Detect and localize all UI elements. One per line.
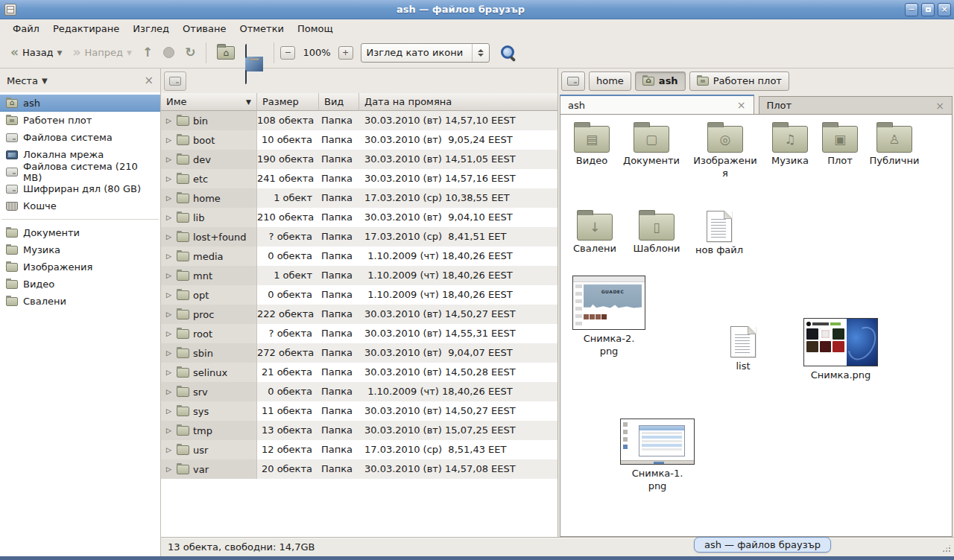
- table-row[interactable]: ▷selinux21 обектаПапка30.03.2010 (вт) 14…: [161, 363, 557, 382]
- expander-icon[interactable]: ▷: [165, 330, 173, 337]
- column-header-size[interactable]: Размер: [257, 93, 319, 111]
- menu-item[interactable]: Помощ: [291, 19, 340, 37]
- folder-5[interactable]: ♙Публични: [863, 121, 926, 168]
- expander-icon[interactable]: ▷: [165, 311, 173, 318]
- breadcrumb-button[interactable]: [561, 71, 585, 91]
- file-list[interactable]: list: [721, 326, 765, 373]
- breadcrumb-button[interactable]: ash: [635, 71, 686, 91]
- sidebar-item[interactable]: Работен плот: [0, 112, 160, 129]
- sidebar-item[interactable]: Музика: [0, 241, 160, 258]
- expander-icon[interactable]: ▷: [165, 407, 173, 415]
- table-row[interactable]: ▷proc222 обектаПапка30.03.2010 (вт) 14,5…: [161, 305, 557, 324]
- expander-icon[interactable]: ▷: [165, 214, 173, 221]
- column-header-name[interactable]: Име ▼: [161, 93, 257, 111]
- folder-2[interactable]: ◎Изображения: [692, 121, 759, 180]
- menu-item[interactable]: Отметки: [233, 19, 290, 37]
- sidebar-item[interactable]: Шифриран дял (80 GB): [0, 180, 160, 197]
- menu-item[interactable]: Редактиране: [46, 19, 126, 37]
- table-row[interactable]: ▷tmp13 обектаПапка30.03.2010 (вт) 15,07,…: [161, 421, 557, 440]
- window-menu-icon[interactable]: [4, 4, 16, 16]
- menu-item[interactable]: Изглед: [126, 19, 176, 37]
- expander-icon[interactable]: ▷: [165, 175, 173, 182]
- breadcrumb-button[interactable]: home: [589, 71, 631, 91]
- view-mode-dropdown[interactable]: Изглед като икони: [361, 43, 490, 63]
- table-row[interactable]: ▷lost+found? обектаПапка17.03.2010 (ср) …: [161, 227, 557, 246]
- table-row[interactable]: ▷srv0 обектаПапка 1.10.2009 (чт) 18,40,2…: [161, 382, 557, 401]
- table-row[interactable]: ▷sbin272 обектаПапка30.03.2010 (вт) 9,04…: [161, 343, 557, 363]
- expander-icon[interactable]: ▷: [165, 117, 173, 124]
- maximize-button[interactable]: [921, 3, 935, 16]
- table-row[interactable]: ▷bin108 обектаПапка30.03.2010 (вт) 14,57…: [161, 111, 557, 130]
- expander-icon[interactable]: ▷: [165, 427, 173, 434]
- folder-0[interactable]: ▤Видео: [563, 121, 620, 168]
- table-row[interactable]: ▷usr12 обектаПапка17.03.2010 (ср) 8,51,4…: [161, 440, 557, 459]
- forward-button[interactable]: » Напред ▼: [69, 42, 136, 63]
- sidebar-item[interactable]: Файлова система (210 MB): [0, 163, 160, 180]
- table-row[interactable]: ▷media0 обектаПапка 1.10.2009 (чт) 18,40…: [161, 246, 557, 266]
- expander-icon[interactable]: ▷: [165, 272, 173, 279]
- table-row[interactable]: ▷opt0 обектаПапка 1.10.2009 (чт) 18,40,2…: [161, 285, 557, 305]
- back-button[interactable]: « Назад ▼: [6, 42, 67, 63]
- sidebar-item[interactable]: Видео: [0, 276, 160, 293]
- table-row[interactable]: ▷dev190 обектаПапка30.03.2010 (вт) 14,51…: [161, 150, 557, 169]
- tab-close-icon[interactable]: ×: [935, 101, 944, 111]
- zoom-in-button[interactable]: +: [338, 46, 353, 60]
- expander-icon[interactable]: ▷: [165, 388, 173, 395]
- expander-icon[interactable]: ▷: [165, 136, 173, 144]
- expander-icon[interactable]: ▷: [165, 369, 173, 376]
- folder-3[interactable]: ♫Музика: [760, 121, 820, 168]
- sidebar-item[interactable]: Файлова система: [0, 129, 160, 146]
- table-row[interactable]: ▷lib210 обектаПапка30.03.2010 (вт) 9,04,…: [161, 208, 557, 227]
- expander-icon[interactable]: ▷: [165, 446, 173, 454]
- minimize-button[interactable]: −: [905, 3, 918, 16]
- table-row[interactable]: ▷sys11 обектаПапка30.03.2010 (вт) 14,50,…: [161, 401, 557, 421]
- search-icon[interactable]: [500, 45, 517, 61]
- breadcrumb-button[interactable]: Работен плот: [689, 71, 789, 91]
- close-button[interactable]: ×: [938, 3, 951, 16]
- expander-icon[interactable]: ▷: [165, 233, 173, 241]
- file-snimka[interactable]: Снимка.png: [803, 318, 878, 382]
- menu-item[interactable]: Отиване: [176, 19, 233, 37]
- column-header-date[interactable]: Дата на промяна: [359, 93, 557, 111]
- folder-6[interactable]: ↓Свалени: [566, 209, 623, 255]
- pathbar-root-button[interactable]: [164, 71, 186, 91]
- folder-1[interactable]: ▢Документи: [623, 121, 680, 168]
- table-row[interactable]: ▷var20 обектаПапка30.03.2010 (вт) 14,57,…: [161, 459, 557, 479]
- sidebar-title[interactable]: Места: [7, 75, 38, 86]
- file-snimka-2[interactable]: GUADEC Снимка-2.png: [572, 276, 645, 358]
- column-header-type[interactable]: Вид: [319, 93, 359, 111]
- table-row[interactable]: ▷root? обектаПапка30.03.2010 (вт) 14,55,…: [161, 324, 557, 343]
- sidebar-item[interactable]: Изображения: [0, 258, 160, 276]
- expander-icon[interactable]: ▷: [165, 194, 173, 202]
- taskbar-badge[interactable]: ash — файлов браузър: [694, 537, 831, 553]
- sidebar-item[interactable]: Кошче: [0, 197, 160, 214]
- zoom-out-button[interactable]: −: [280, 46, 295, 60]
- table-row[interactable]: ▷home1 обектПапка17.03.2010 (ср) 10,38,5…: [161, 188, 557, 208]
- menu-item[interactable]: Файл: [6, 19, 46, 37]
- expander-icon[interactable]: ▷: [165, 291, 173, 299]
- computer-button[interactable]: [241, 42, 268, 64]
- up-button[interactable]: ↑: [138, 42, 157, 63]
- reload-button[interactable]: ↻: [180, 42, 200, 63]
- table-row[interactable]: ▷mnt1 обектПапка 1.10.2009 (чт) 18,40,26…: [161, 266, 557, 285]
- expander-icon[interactable]: ▷: [165, 465, 173, 473]
- expander-icon[interactable]: ▷: [165, 349, 173, 357]
- table-row[interactable]: ▷boot10 обектаПапка30.03.2010 (вт) 9,05,…: [161, 130, 557, 150]
- folder-7[interactable]: ▯Шаблони: [628, 209, 685, 255]
- tab-close-icon[interactable]: ×: [737, 100, 746, 110]
- sidebar-close-icon[interactable]: ×: [144, 75, 154, 86]
- chevron-down-icon[interactable]: ▼: [42, 77, 48, 85]
- home-button[interactable]: ⌂: [212, 42, 239, 63]
- tab-Плот[interactable]: Плот×: [759, 96, 953, 114]
- file-snimka-1[interactable]: Снимка-1.png: [620, 419, 695, 493]
- tab-ash[interactable]: ash×: [560, 95, 754, 114]
- expander-icon[interactable]: ▷: [165, 252, 173, 260]
- table-row[interactable]: ▷etc241 обектаПапка30.03.2010 (вт) 14,57…: [161, 169, 557, 188]
- folder-4[interactable]: ▣Плот: [812, 121, 868, 168]
- sidebar-item[interactable]: Свалени: [0, 293, 160, 310]
- back-dropdown-icon[interactable]: ▼: [57, 49, 63, 57]
- titlebar[interactable]: ash — файлов браузър − ×: [0, 0, 954, 19]
- sidebar-item[interactable]: Документи: [0, 224, 160, 241]
- expander-icon[interactable]: ▷: [165, 156, 173, 163]
- sidebar-item[interactable]: ash: [0, 95, 160, 112]
